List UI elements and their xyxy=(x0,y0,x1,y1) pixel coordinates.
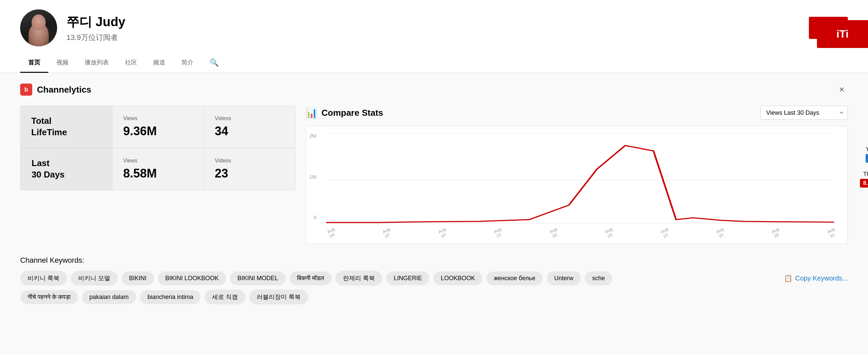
copy-icon: 📋 xyxy=(784,274,793,282)
tab-home[interactable]: 首页 xyxy=(20,53,49,73)
x-label-aug19: Aug19 xyxy=(604,226,616,239)
total-videos-label: Videos xyxy=(215,115,284,121)
copy-keywords-label: Copy Keywords... xyxy=(795,275,848,282)
x-label-aug25: Aug25 xyxy=(715,226,727,239)
tab-channels[interactable]: 频道 xyxy=(145,53,173,73)
y-label-2m: 2M xyxy=(309,133,316,139)
channel-name: 쭈디 Judy xyxy=(66,13,125,31)
compare-title-text: Compare Stats xyxy=(321,108,383,118)
tab-playlists[interactable]: 播放列表 xyxy=(76,53,117,73)
total-videos-value: 34 xyxy=(215,124,284,138)
total-views-value: 9.36M xyxy=(123,124,193,138)
tab-community[interactable]: 社区 xyxy=(117,53,145,73)
x-label-aug16: Aug16 xyxy=(549,226,560,239)
keyword-tag[interactable]: BIKINI MODEL xyxy=(230,272,285,285)
keyword-tag[interactable]: biancheria intima xyxy=(140,290,200,304)
last30-videos-cell: Videos 23 xyxy=(204,148,295,190)
x-axis: Aug04 Aug07 Aug10 Aug13 Aug16 Aug19 Aug2… xyxy=(326,230,834,240)
chart-container: 2M 1M 0 xyxy=(306,126,848,244)
keyword-tag[interactable]: 러블리장미 룩북 xyxy=(249,290,308,304)
keyword-tag[interactable]: 란제리 룩북 xyxy=(336,271,382,286)
subscriber-count: 13.9万位订阅者 xyxy=(66,33,125,43)
keyword-tag[interactable]: 비키니 룩북 xyxy=(20,271,67,286)
close-button[interactable]: × xyxy=(836,83,848,96)
keyword-tag[interactable]: नीचे पहनने के कपड़ा xyxy=(20,290,78,304)
keywords-row: 비키니 룩북 비키니 모델 BIKINI BIKINI LOOKBOOK BIK… xyxy=(20,271,848,286)
keywords-section: Channel Keywords: 비키니 룩북 비키니 모델 BIKINI B… xyxy=(20,256,848,304)
y-axis: 2M 1M 0 xyxy=(309,133,316,220)
last30-videos-label: Videos xyxy=(215,158,284,164)
legend-you-value: 0 xyxy=(866,154,868,163)
chart-inner: 2M 1M 0 xyxy=(326,133,834,227)
keyword-tag[interactable]: Unterw xyxy=(547,272,581,285)
chart-bar-icon: 📊 xyxy=(306,107,317,118)
compare-header: 📊 Compare Stats Views Last 30 Days Subsc… xyxy=(306,106,848,120)
channel-header: 쭈디 Judy 13.9万位订阅者 订阅 xyxy=(0,0,868,53)
keyword-tag[interactable]: женское белье xyxy=(487,272,543,285)
keyword-tag[interactable]: BIKINI LOOKBOOK xyxy=(158,272,226,285)
legend-them-label: Them xyxy=(863,171,868,178)
legend-you: You 0 xyxy=(866,146,868,163)
keyword-tag[interactable]: 세로 직캠 xyxy=(205,290,245,304)
y-label-0: 0 xyxy=(314,214,316,220)
last30-views-cell: Views 8.58M xyxy=(112,148,204,190)
keyword-tag[interactable]: BIKINI xyxy=(122,272,154,285)
keyword-tag[interactable]: LINGERIE xyxy=(386,272,429,285)
stats-grid: Total LifeTime Views 9.36M Videos 34 Las… xyxy=(20,106,296,190)
views-period-dropdown[interactable]: Views Last 30 Days Subscribers Last 30 D… xyxy=(761,106,848,120)
keyword-tag[interactable]: बिकनी मॉडल xyxy=(289,272,332,285)
main-content: b Channelytics × Total LifeTime Views 9.… xyxy=(0,73,868,314)
total-views-label: Views xyxy=(123,115,193,121)
last30-views-value: 8.58M xyxy=(123,167,193,180)
tab-about[interactable]: 简介 xyxy=(173,53,202,73)
channelytics-left: b Channelytics xyxy=(20,83,91,96)
legend-them: Them 8.58M xyxy=(860,171,868,187)
search-icon[interactable]: 🔍 xyxy=(202,53,227,72)
x-label-aug13: Aug13 xyxy=(493,226,504,239)
x-label-aug04: Aug04 xyxy=(326,226,338,239)
copy-keywords-button[interactable]: 📋 Copy Keywords... xyxy=(784,274,848,282)
total-views-cell: Views 9.36M xyxy=(112,106,204,148)
keyword-tag[interactable]: sche xyxy=(585,272,612,285)
total-lifetime-cell: Total LifeTime xyxy=(21,106,112,148)
chart-legend: You 0 Them 8.58M xyxy=(860,146,868,187)
channelytics-logo: b xyxy=(20,83,32,96)
last30-label: Last 30 Days xyxy=(32,158,101,180)
keywords-title: Channel Keywords: xyxy=(20,256,848,265)
total-videos-cell: Videos 34 xyxy=(204,106,295,148)
channelytics-title: Channelytics xyxy=(37,84,91,95)
channel-nav: 首页 视频 播放列表 社区 频道 简介 🔍 xyxy=(0,53,868,73)
x-label-aug10: Aug10 xyxy=(437,226,449,239)
tab-videos[interactable]: 视频 xyxy=(49,53,76,73)
chart-svg xyxy=(326,133,834,227)
avatar xyxy=(20,9,57,46)
legend-them-value: 8.58M xyxy=(860,179,868,187)
keyword-tag[interactable]: pakaian dalam xyxy=(82,290,136,304)
last30-videos-value: 23 xyxy=(215,167,284,180)
last30-views-label: Views xyxy=(123,158,193,164)
total-lifetime-label: Total LifeTime xyxy=(31,115,101,138)
channelytics-bar: b Channelytics × xyxy=(20,83,848,96)
keywords-row-2: नीचे पहनने के कपड़ा pakaian dalam bianch… xyxy=(20,290,848,304)
x-label-aug31: Aug31 xyxy=(826,226,838,239)
chart-wrapper: 2M 1M 0 xyxy=(306,126,848,244)
stats-right: 📊 Compare Stats Views Last 30 Days Subsc… xyxy=(306,106,848,244)
keyword-tag[interactable]: 비키니 모델 xyxy=(71,271,118,286)
x-label-aug07: Aug07 xyxy=(381,226,393,239)
top-right-logo-text: iTi xyxy=(836,28,849,40)
last30-label-cell: Last 30 Days xyxy=(21,148,112,190)
channel-info: 쭈디 Judy 13.9万位订阅者 xyxy=(66,13,125,43)
x-label-aug28: Aug28 xyxy=(771,226,782,239)
channel-header-left: 쭈디 Judy 13.9万位订阅者 xyxy=(20,9,125,46)
y-label-1m: 1M xyxy=(309,174,316,179)
stats-left: Total LifeTime Views 9.36M Videos 34 Las… xyxy=(20,106,296,190)
legend-you-label: You xyxy=(866,146,868,153)
top-right-logo: iTi xyxy=(817,20,868,48)
x-label-aug22: Aug22 xyxy=(660,226,672,239)
stats-row: Total LifeTime Views 9.36M Videos 34 Las… xyxy=(20,106,848,244)
compare-title: 📊 Compare Stats xyxy=(306,107,383,118)
keyword-tag[interactable]: LOOKBOOK xyxy=(433,272,483,285)
